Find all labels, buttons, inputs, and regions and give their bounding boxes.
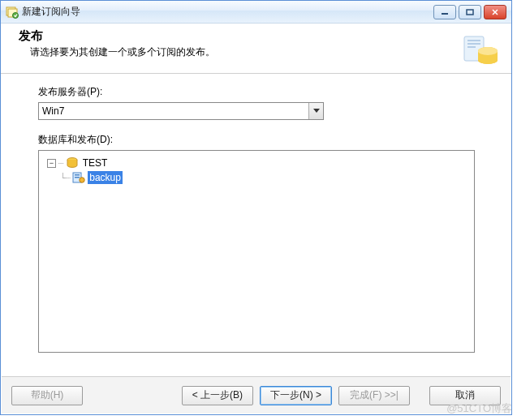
tree-node-label: TEST [81,156,110,169]
tree-connector: └┈ [60,173,71,183]
server-label: 发布服务器(P): [38,85,479,99]
finish-button[interactable]: 完成(F) >>| [338,386,410,405]
tree-node-database[interactable]: − ┈ TEST [42,156,471,170]
svg-point-2 [13,12,19,18]
publication-tree[interactable]: − ┈ TEST └┈ [38,150,475,353]
page-title: 发布 [19,28,453,44]
svg-rect-4 [467,10,473,15]
svg-rect-13 [75,174,80,176]
next-button[interactable]: 下一步(N) > [260,386,332,405]
page-header: 发布 请选择要为其创建一个或多个订阅的发布。 [1,24,511,74]
app-icon [6,6,19,19]
back-button[interactable]: < 上一步(B) [182,386,253,405]
window-buttons [433,5,506,19]
wizard-window: 新建订阅向导 发布 请选择要为其创建一个或多个订阅的发布。 [0,0,512,415]
cancel-button[interactable]: 取消 [429,386,501,405]
svg-rect-6 [467,40,480,41]
window-title: 新建订阅向导 [22,5,433,19]
page-subtitle: 请选择要为其创建一个或多个订阅的发布。 [30,45,453,59]
svg-rect-14 [75,177,80,178]
svg-rect-7 [467,43,480,45]
maximize-button[interactable] [459,5,481,19]
titlebar: 新建订阅向导 [1,1,511,24]
tree-node-publication[interactable]: └┈ backup [42,170,471,185]
header-wizard-icon [461,32,500,71]
db-label: 数据库和发布(D): [38,133,479,147]
wizard-body: 发布服务器(P): Win7 数据库和发布(D): − ┈ TEST [1,74,511,353]
tree-connector: ┈ [58,158,64,169]
collapse-icon[interactable]: − [47,159,56,168]
svg-point-10 [478,47,498,55]
svg-point-15 [80,178,84,182]
tree-node-label: backup [88,171,123,184]
publication-icon [72,171,85,184]
publication-server-dropdown[interactable]: Win7 [38,102,324,120]
chevron-down-icon [308,103,323,119]
database-icon [66,156,79,169]
minimize-button[interactable] [433,5,456,19]
wizard-footer: 帮助(H) < 上一步(B) 下一步(N) > 完成(F) >>| 取消 [2,376,511,414]
help-button[interactable]: 帮助(H) [11,386,83,405]
close-button[interactable] [484,5,506,19]
svg-rect-8 [467,46,476,48]
publication-server-value: Win7 [42,105,64,117]
